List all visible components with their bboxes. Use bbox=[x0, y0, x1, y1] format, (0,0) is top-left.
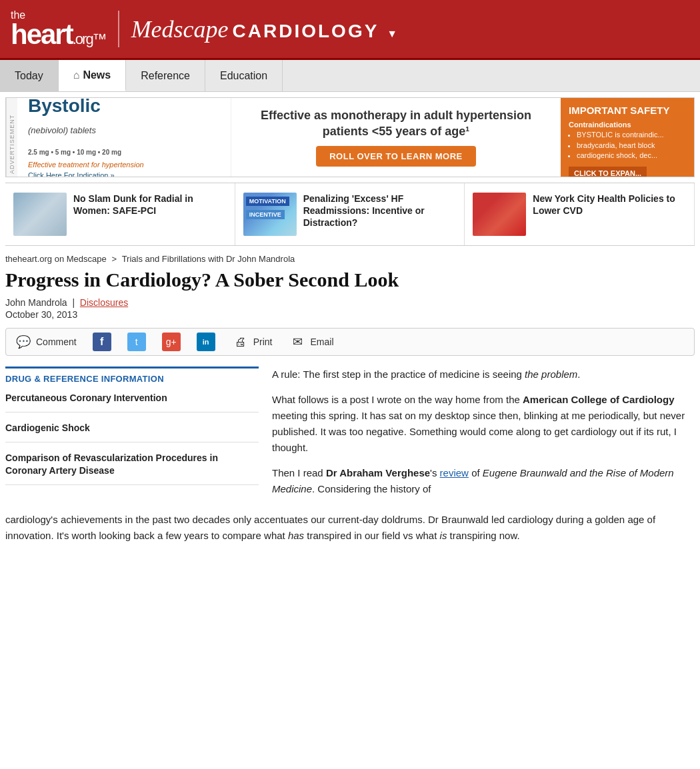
incentive-tag: INCENTIVE bbox=[246, 210, 285, 219]
linkedin-button[interactable]: in bbox=[197, 333, 215, 351]
breadcrumb-section: Trials and Fibrillations with Dr John Ma… bbox=[122, 254, 295, 264]
article-area: theheart.org on Medscape > Trials and Fi… bbox=[5, 249, 695, 544]
ad-bullet-2: bradycardia, heart block bbox=[577, 141, 686, 151]
ad-main: Bystolic (nebivolol) tablets 2.5 mg • 5 … bbox=[17, 98, 694, 177]
comment-button[interactable]: 💬 Comment bbox=[14, 334, 77, 350]
ad-right: IMPORTANT SAFETY Contraindications BYSTO… bbox=[561, 98, 694, 177]
article-toolbar: 💬 Comment f t g+ in 🖨 Print ✉ Email bbox=[5, 328, 695, 356]
heart-org-logo[interactable]: the heart.org™ bbox=[11, 10, 106, 49]
teasers-row: No Slam Dunk for Radial in Women: SAFE-P… bbox=[5, 183, 695, 246]
ad-banner: ADVERTISEMENT Bystolic (nebivolol) table… bbox=[5, 97, 695, 177]
ad-safety-title: IMPORTANT SAFETY bbox=[569, 105, 686, 116]
article-title: Progress in Cardiology? A Sober Second L… bbox=[5, 268, 695, 292]
article-para-3: Then I read Dr Abraham Verghese's review… bbox=[272, 465, 695, 497]
ad-brand-name: Bystolic bbox=[28, 97, 101, 116]
disclosures-link[interactable]: Disclosures bbox=[80, 297, 128, 308]
nav-reference[interactable]: Reference bbox=[126, 60, 205, 91]
googleplus-button[interactable]: g+ bbox=[162, 333, 181, 351]
article-para-1: A rule: The first step in the practice o… bbox=[272, 367, 695, 383]
email-label: Email bbox=[310, 337, 333, 347]
article-para-2: What follows is a post I wrote on the wa… bbox=[272, 392, 695, 456]
ad-contra-header: Contraindications bbox=[569, 121, 631, 129]
ad-tagline: Effective treatment for hypertension bbox=[28, 161, 220, 169]
ad-bullet-3: cardiogenic shock, dec... bbox=[577, 151, 686, 161]
teaser-image-3 bbox=[473, 193, 526, 236]
article-para-4: cardiology's achievements in the past tw… bbox=[5, 512, 695, 544]
twitter-button[interactable]: t bbox=[127, 333, 146, 351]
teaser-title-2: Penalizing 'Excess' HF Readmissions: Inc… bbox=[303, 193, 457, 229]
teaser-image-2: MOTIVATION INCENTIVE bbox=[243, 193, 297, 236]
article-date: October 30, 2013 bbox=[5, 309, 695, 320]
googleplus-icon: g+ bbox=[162, 333, 181, 351]
sidebar-link-cardiogenic[interactable]: Cardiogenic Shock bbox=[5, 422, 259, 442]
logo-divider bbox=[118, 11, 119, 47]
ad-expand-button[interactable]: CLICK TO EXPAN... bbox=[569, 167, 647, 177]
teaser-item-2[interactable]: MOTIVATION INCENTIVE Penalizing 'Excess'… bbox=[235, 183, 465, 245]
teaser-title-3: New York City Health Policies to Lower C… bbox=[533, 193, 686, 217]
medscape-text: Medscape bbox=[131, 15, 229, 43]
review-link[interactable]: review bbox=[440, 467, 469, 478]
nav-news-label: News bbox=[83, 69, 111, 81]
comment-icon: 💬 bbox=[14, 334, 33, 350]
nav-today[interactable]: Today bbox=[0, 60, 59, 91]
facebook-button[interactable]: f bbox=[93, 333, 111, 351]
email-button[interactable]: ✉ Email bbox=[288, 334, 333, 350]
sidebar-title: DRUG & REFERENCE INFORMATION bbox=[5, 374, 259, 384]
article-author: John Mandrola bbox=[5, 297, 67, 308]
sidebar-link-revascularization[interactable]: Comparison of Revascularization Procedur… bbox=[5, 452, 259, 484]
breadcrumb-site[interactable]: theheart.org on Medscape bbox=[5, 254, 107, 264]
breadcrumb: theheart.org on Medscape > Trials and Fi… bbox=[5, 254, 695, 264]
ad-safety-body: Contraindications BYSTOLIC is contraindi… bbox=[569, 120, 686, 161]
motivation-tag: MOTIVATION bbox=[246, 197, 289, 206]
medscape-logo[interactable]: Medscape CARDIOLOGY ▼ bbox=[131, 15, 398, 43]
ad-dosing: 2.5 mg • 5 mg • 10 mg • 20 mg bbox=[28, 149, 121, 156]
teaser-title-1: No Slam Dunk for Radial in Women: SAFE-P… bbox=[73, 193, 227, 217]
print-icon: 🖨 bbox=[231, 334, 250, 350]
article-full-text: cardiology's achievements in the past tw… bbox=[5, 512, 695, 544]
breadcrumb-separator: > bbox=[111, 254, 119, 264]
article-body-text: A rule: The first step in the practice o… bbox=[272, 367, 695, 506]
content-layout: DRUG & REFERENCE INFORMATION Percutaneou… bbox=[5, 367, 695, 506]
dropdown-arrow-icon[interactable]: ▼ bbox=[387, 28, 397, 40]
logo-area: the heart.org™ Medscape CARDIOLOGY ▼ bbox=[11, 10, 397, 49]
site-header: the heart.org™ Medscape CARDIOLOGY ▼ bbox=[0, 0, 700, 60]
ad-cta-button[interactable]: ROLL OVER TO LEARN MORE bbox=[316, 146, 476, 167]
drug-reference-sidebar: DRUG & REFERENCE INFORMATION Percutaneou… bbox=[5, 367, 259, 506]
main-nav: Today ⌂ News Reference Education bbox=[0, 60, 700, 92]
print-label: Print bbox=[253, 337, 273, 347]
home-icon: ⌂ bbox=[73, 69, 80, 81]
ad-indication-link[interactable]: Click Here For Indication » bbox=[28, 171, 220, 177]
nav-education[interactable]: Education bbox=[205, 60, 283, 91]
ad-center: Effective as monotherapy in adult hypert… bbox=[231, 98, 561, 177]
ad-headline: Effective as monotherapy in adult hypert… bbox=[239, 108, 553, 139]
cardiology-text: CARDIOLOGY bbox=[233, 21, 379, 42]
teaser-item-1[interactable]: No Slam Dunk for Radial in Women: SAFE-P… bbox=[5, 183, 235, 245]
sidebar-link-pci[interactable]: Percutaneous Coronary Intervention bbox=[5, 392, 259, 412]
article-byline: John Mandrola | Disclosures bbox=[5, 297, 695, 308]
ad-brand: Bystolic (nebivolol) tablets 2.5 mg • 5 … bbox=[28, 97, 220, 159]
linkedin-icon: in bbox=[197, 333, 215, 351]
twitter-icon: t bbox=[127, 333, 146, 351]
logo-org-text: .org™ bbox=[73, 31, 106, 47]
comment-label: Comment bbox=[36, 337, 77, 347]
ad-label: ADVERTISEMENT bbox=[6, 98, 17, 177]
ad-brand-sub: (nebivolol) tablets bbox=[28, 125, 96, 135]
print-button[interactable]: 🖨 Print bbox=[231, 334, 273, 350]
email-icon: ✉ bbox=[288, 334, 307, 350]
logo-heart-text: heart bbox=[11, 19, 73, 50]
ad-bullet-1: BYSTOLIC is contraindic... bbox=[577, 130, 686, 140]
teaser-image-1 bbox=[13, 193, 67, 236]
facebook-icon: f bbox=[93, 333, 111, 351]
ad-left: Bystolic (nebivolol) tablets 2.5 mg • 5 … bbox=[17, 98, 231, 177]
nav-news[interactable]: ⌂ News bbox=[59, 60, 126, 91]
teaser-item-3[interactable]: New York City Health Policies to Lower C… bbox=[465, 183, 695, 245]
